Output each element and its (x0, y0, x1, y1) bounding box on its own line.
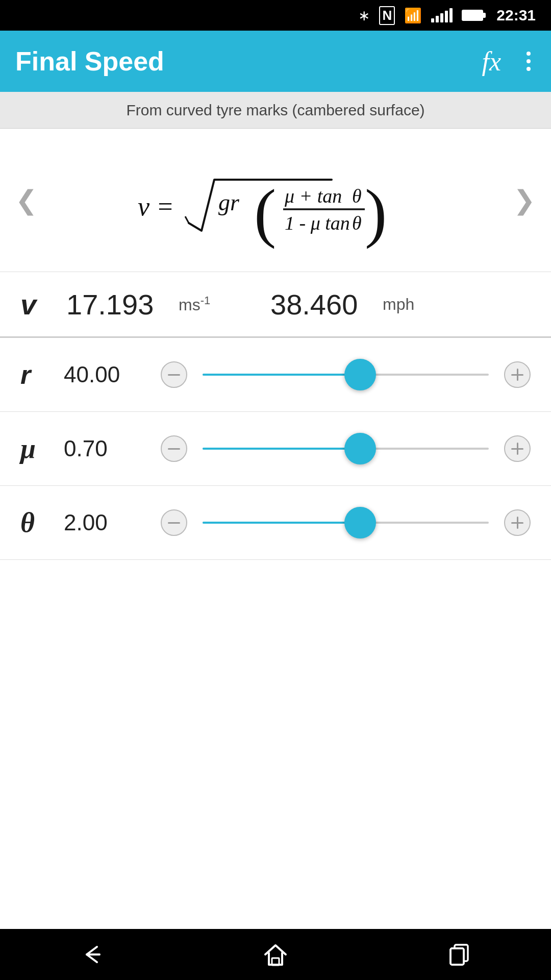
app-bar: Final Speed fx (0, 31, 551, 92)
formula-section: ❮ v = gr ( μ + tan θ 1 ‑ μ tan θ ) ❯ (0, 129, 551, 272)
result-value-ms: 17.193 (66, 288, 158, 321)
svg-text:gr: gr (218, 189, 240, 215)
slider-row-theta: θ 2.00 (0, 486, 551, 560)
formula-display: v = gr ( μ + tan θ 1 ‑ μ tan θ ) (133, 139, 418, 261)
result-value-mph: 38.460 (270, 288, 362, 321)
slider-var-mu: μ (20, 433, 48, 464)
svg-text:v =: v = (138, 192, 174, 221)
svg-text:): ) (365, 176, 387, 249)
slider-track-mu[interactable] (203, 435, 489, 462)
menu-dot-3 (527, 67, 531, 71)
subtitle-text: From curved tyre marks (cambered surface… (126, 102, 424, 119)
recents-button[interactable] (439, 934, 480, 975)
result-unit-mph: mph (383, 295, 414, 314)
slider-var-theta: θ (20, 507, 48, 538)
slider-minus-mu[interactable] (161, 435, 187, 462)
overflow-menu-button[interactable] (521, 46, 536, 76)
battery-icon (462, 10, 483, 21)
slider-track-theta[interactable] (203, 509, 489, 536)
bottom-nav (0, 929, 551, 980)
svg-text:(: ( (254, 176, 276, 249)
svg-rect-12 (450, 948, 464, 965)
wifi-icon: 📶 (404, 7, 422, 24)
slider-minus-r[interactable] (161, 361, 187, 388)
prev-formula-button[interactable]: ❮ (5, 175, 48, 226)
slider-row-mu: μ 0.70 (0, 412, 551, 486)
slider-track-r[interactable] (203, 361, 489, 388)
svg-text:μ + tan: μ + tan (284, 185, 342, 207)
slider-value-r: 40.00 (64, 362, 145, 387)
home-icon (263, 942, 288, 967)
nfc-icon: N (379, 6, 395, 25)
slider-plus-theta[interactable] (504, 509, 531, 536)
slider-plus-mu[interactable] (504, 435, 531, 462)
svg-text:1 ‑ μ tan: 1 ‑ μ tan (285, 212, 350, 234)
svg-text:θ: θ (352, 212, 362, 234)
back-icon (79, 942, 105, 967)
slider-minus-theta[interactable] (161, 509, 187, 536)
status-time: 22:31 (496, 7, 536, 24)
menu-dot-2 (527, 59, 531, 63)
result-variable: v (20, 288, 46, 321)
recents-icon (446, 942, 472, 967)
result-section: v 17.193 ms-1 38.460 mph (0, 272, 551, 338)
content-area (0, 560, 551, 929)
menu-dot-1 (527, 52, 531, 56)
result-unit-ms: ms-1 (179, 294, 219, 314)
slider-plus-r[interactable] (504, 361, 531, 388)
formula-button[interactable]: fx (482, 46, 501, 77)
status-bar: ∗ N 📶 22:31 (0, 0, 551, 31)
next-formula-button[interactable]: ❯ (503, 175, 546, 226)
app-title: Final Speed (15, 46, 482, 77)
svg-line-1 (185, 216, 189, 223)
signal-icon (431, 8, 453, 22)
subtitle-bar: From curved tyre marks (cambered surface… (0, 92, 551, 129)
svg-text:θ: θ (352, 185, 362, 207)
slider-value-mu: 0.70 (64, 436, 145, 461)
back-button[interactable] (71, 934, 112, 975)
slider-var-r: r (20, 359, 48, 390)
slider-value-theta: 2.00 (64, 510, 145, 535)
home-button[interactable] (255, 934, 296, 975)
bluetooth-icon: ∗ (358, 7, 370, 24)
slider-row-r: r 40.00 (0, 338, 551, 412)
